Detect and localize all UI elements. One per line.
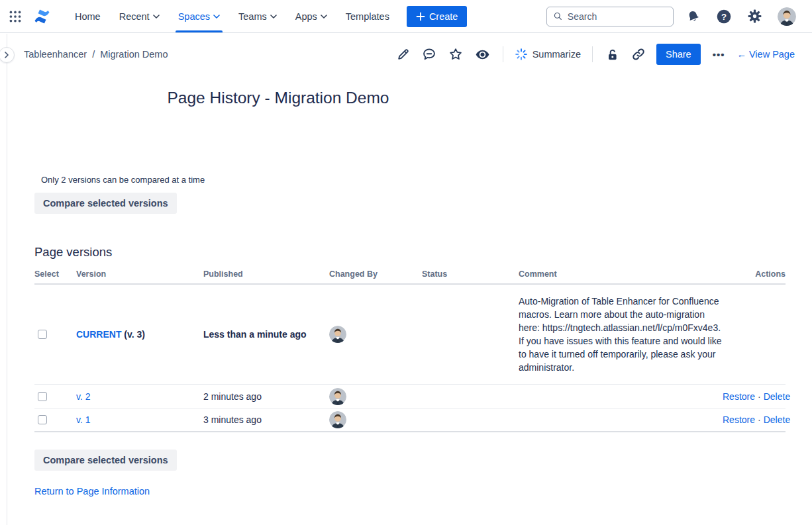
view-page-label: View Page	[749, 49, 795, 60]
column-header-select: Select	[34, 269, 76, 279]
app-grid-icon	[8, 9, 23, 24]
create-button-label: Create	[429, 11, 458, 22]
share-button[interactable]: Share	[656, 44, 701, 65]
select-version-checkbox[interactable]	[38, 330, 47, 339]
chevron-down-icon	[153, 15, 160, 19]
nav-item-home[interactable]: Home	[66, 0, 110, 32]
nav-label: Apps	[295, 11, 317, 22]
select-version-checkbox[interactable]	[38, 415, 47, 424]
back-arrow-icon: ←	[736, 49, 746, 60]
table-row-version-1: v. 1 3 minutes ago Restore	[34, 408, 786, 432]
column-header-status: Status	[422, 269, 519, 279]
breadcrumb-separator: /	[92, 49, 95, 60]
settings-button[interactable]	[744, 6, 765, 26]
watching-eye-icon	[475, 47, 490, 62]
summarize-button[interactable]: Summarize	[515, 48, 581, 61]
action-separator: ·	[758, 391, 761, 402]
version-link[interactable]: v. 1	[76, 414, 91, 425]
changed-by-avatar[interactable]	[329, 388, 346, 405]
nav-item-apps[interactable]: Apps	[286, 0, 336, 32]
version-number: (v. 3)	[124, 329, 145, 340]
search-icon	[553, 11, 563, 22]
chevron-down-icon	[270, 15, 277, 19]
actions-cell: Restore·Delete	[723, 391, 790, 402]
table-row-version-3: CURRENT (v. 3) Less than a minute ago	[34, 285, 786, 385]
nav-label: Recent	[119, 11, 150, 22]
profile-button[interactable]	[775, 5, 799, 28]
comment-icon	[422, 47, 436, 62]
published-time: 2 minutes ago	[203, 391, 329, 402]
published-time: 3 minutes ago	[203, 414, 329, 425]
compare-selected-versions-button-top[interactable]: Compare selected versions	[34, 193, 177, 214]
question-icon: ?	[716, 9, 732, 24]
breadcrumb-page-link[interactable]: Migration Demo	[100, 49, 168, 60]
changed-by-avatar[interactable]	[329, 326, 346, 343]
help-button[interactable]: ?	[713, 6, 735, 27]
nav-label: Templates	[346, 11, 389, 22]
select-version-checkbox[interactable]	[38, 392, 47, 401]
notifications-button[interactable]	[684, 7, 703, 26]
page-toolbar: Summarize Share ••• ← View Page	[395, 44, 795, 65]
restrictions-button[interactable]	[604, 46, 621, 63]
more-actions-button[interactable]: •••	[710, 48, 728, 62]
chevron-down-icon	[213, 15, 220, 19]
star-icon	[448, 47, 463, 62]
toolbar-divider	[503, 46, 503, 62]
version-link[interactable]: v. 2	[76, 391, 91, 402]
nav-label: Spaces	[178, 11, 210, 22]
table-header-row: Select Version Published Changed By Stat…	[34, 269, 786, 285]
page-history-content: Page History - Migration Demo Only 2 ver…	[0, 89, 812, 497]
return-to-page-information-link[interactable]: Return to Page Information	[34, 486, 150, 497]
confluence-logo[interactable]	[30, 5, 54, 28]
comments-button[interactable]	[421, 46, 438, 63]
pencil-icon	[396, 48, 410, 62]
topnav-right-group: ?	[546, 5, 799, 28]
nav-item-templates[interactable]: Templates	[336, 0, 399, 32]
page-versions-heading: Page versions	[34, 245, 812, 260]
compare-selected-versions-button-bottom[interactable]: Compare selected versions	[34, 450, 177, 471]
search-input[interactable]	[568, 11, 667, 22]
compare-hint-text: Only 2 versions can be compared at a tim…	[41, 175, 812, 185]
nav-item-recent[interactable]: Recent	[110, 0, 169, 32]
column-header-published: Published	[203, 269, 329, 279]
copy-link-button[interactable]	[630, 46, 647, 63]
favourite-button[interactable]	[447, 46, 464, 63]
page-title: Page History - Migration Demo	[0, 89, 556, 107]
actions-cell: Restore·Delete	[723, 414, 790, 425]
delete-link[interactable]: Delete	[764, 391, 790, 402]
changed-by-avatar[interactable]	[329, 411, 346, 428]
column-header-actions: Actions	[723, 269, 786, 279]
chevron-right-icon	[4, 52, 9, 58]
primary-nav: Home Recent Spaces Teams Apps Templates	[66, 0, 399, 32]
edit-button[interactable]	[395, 46, 411, 63]
ai-sparkle-icon	[515, 48, 528, 61]
link-icon	[631, 47, 646, 62]
app-switcher-button[interactable]	[5, 7, 25, 26]
nav-item-teams[interactable]: Teams	[229, 0, 286, 32]
version-comment: Auto-Migration of Table Enhancer for Con…	[519, 289, 723, 379]
sidebar-rail	[7, 34, 7, 525]
action-separator: ·	[758, 414, 761, 425]
nav-label: Home	[75, 11, 101, 22]
plus-icon	[416, 12, 425, 21]
page-versions-table: Select Version Published Changed By Stat…	[34, 269, 786, 432]
watch-button[interactable]	[474, 46, 491, 64]
restore-link[interactable]: Restore	[723, 391, 755, 402]
view-page-link[interactable]: ← View Page	[736, 49, 795, 60]
published-time: Less than a minute ago	[203, 329, 329, 340]
delete-link[interactable]: Delete	[764, 414, 790, 425]
breadcrumb-space-link[interactable]: Tableenhancer	[24, 49, 87, 60]
create-button[interactable]: Create	[407, 6, 468, 27]
current-version-link[interactable]: CURRENT	[76, 329, 121, 340]
column-header-version: Version	[76, 269, 203, 279]
user-avatar	[778, 7, 796, 26]
restore-link[interactable]: Restore	[723, 414, 755, 425]
global-search[interactable]	[546, 7, 674, 26]
unlocked-padlock-icon	[605, 48, 619, 62]
toolbar-divider	[592, 46, 593, 62]
svg-text:?: ?	[721, 11, 727, 21]
column-header-changed-by: Changed By	[329, 269, 422, 279]
chevron-down-icon	[321, 15, 327, 19]
nav-item-spaces[interactable]: Spaces	[169, 0, 229, 32]
page-header: Tableenhancer / Migration Demo	[0, 33, 812, 75]
